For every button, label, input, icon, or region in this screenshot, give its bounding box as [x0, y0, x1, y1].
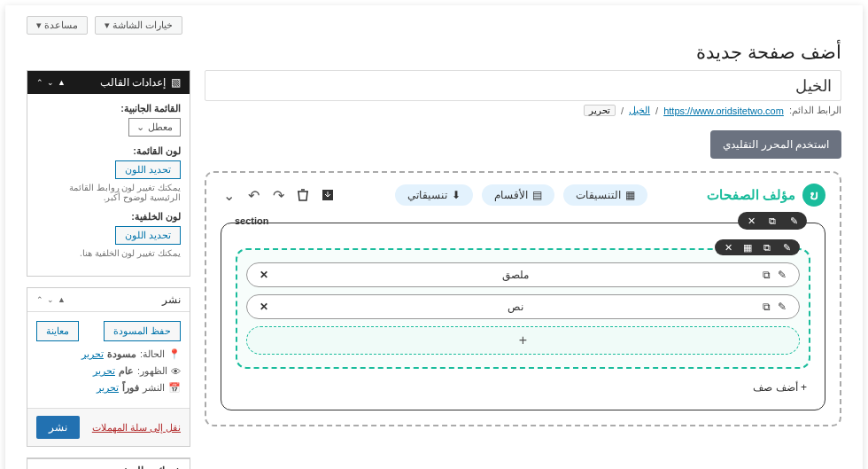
- el-edit-icon[interactable]: ✎: [778, 269, 787, 281]
- preview-button[interactable]: معاينة: [36, 321, 79, 341]
- undo-icon[interactable]: ↶: [245, 187, 261, 203]
- copy-icon[interactable]: ⧉: [766, 215, 779, 227]
- publish-box: نشر ▲⌄⌃ حفظ المسودة معاينة 📍الحالة: مسود…: [27, 287, 190, 447]
- move-down-icon[interactable]: ⌄: [47, 78, 54, 87]
- collapse-icon[interactable]: ▲: [58, 78, 66, 87]
- el-copy-icon[interactable]: ⧉: [763, 269, 771, 281]
- composer-brand: مؤلف الصفحات: [707, 187, 795, 203]
- page-title-input[interactable]: [205, 70, 841, 101]
- page-composer: ORIDSITE.COM ບ مؤلف الصفحات ▦التنسيقات ▤…: [205, 171, 841, 426]
- add-row-button[interactable]: + أضف صف: [236, 378, 810, 397]
- el-close-icon[interactable]: ✕: [260, 269, 268, 281]
- menu-color-button[interactable]: تحديد اللون: [115, 160, 181, 179]
- section-box: ✎ ⧉ ✕ ✎ ⧉ ▦ ✕ ✎⧉: [221, 223, 825, 410]
- edit-visibility[interactable]: تحرير: [93, 365, 115, 377]
- section-toolbar: ✎ ⧉ ✕: [738, 212, 807, 230]
- row-box: ✎ ⧉ ▦ ✕ ✎⧉ ملصق ✕ ✎⧉: [236, 248, 810, 369]
- screen-options-button[interactable]: خيارات الشاشة ▾: [95, 16, 182, 35]
- help-button[interactable]: مساعدة ▾: [27, 16, 88, 35]
- edit-slug-button[interactable]: تحرير: [584, 105, 616, 116]
- tab-my-layouts[interactable]: ⬇تنسيقاتي: [395, 184, 473, 206]
- tab-sections[interactable]: ▤الأقسام: [482, 184, 554, 206]
- menu-color-hint: يمكنك تغيير لون روابط القائمة الرئيسية ل…: [36, 183, 181, 202]
- row-columns-icon[interactable]: ▦: [741, 241, 754, 254]
- bg-color-hint: يمكنك تغيير لون الخلفية هنا.: [36, 248, 181, 258]
- permalink-slug[interactable]: الخيل: [629, 105, 650, 116]
- bg-color-button[interactable]: تحديد اللون: [115, 226, 181, 245]
- el-close-icon[interactable]: ✕: [260, 301, 268, 313]
- side-menu-label: القائمة الجانبية:: [36, 103, 181, 114]
- classic-editor-button[interactable]: استخدم المحرر التقليدي: [710, 130, 841, 159]
- page-heading: أضف صفحة جديدة: [27, 42, 841, 63]
- redo-icon[interactable]: ↷: [270, 187, 286, 203]
- edit-schedule[interactable]: تحرير: [97, 382, 119, 394]
- element-text[interactable]: ✎⧉ نص ✕: [246, 294, 800, 319]
- save-draft-button[interactable]: حفظ المسودة: [104, 321, 181, 341]
- chevron-down-icon[interactable]: ⌄: [221, 187, 236, 203]
- menu-color-label: لون القائمة:: [36, 145, 181, 157]
- publish-box-title: نشر: [162, 293, 181, 306]
- tab-layouts[interactable]: ▦التنسيقات: [563, 184, 647, 206]
- collapse-icon[interactable]: ▲: [58, 295, 66, 304]
- calendar-icon: 📅: [168, 382, 181, 394]
- edit-icon[interactable]: ✎: [787, 215, 800, 227]
- element-label[interactable]: ✎⧉ ملصق ✕: [246, 262, 800, 287]
- pin-icon: 📍: [168, 348, 181, 360]
- move-up-icon[interactable]: ⌃: [36, 78, 43, 87]
- permalink-label: الرابط الدائم:: [789, 105, 841, 116]
- move-up-icon[interactable]: ⌃: [36, 295, 43, 304]
- publish-button[interactable]: نشر: [36, 416, 80, 439]
- edit-status[interactable]: تحرير: [81, 348, 104, 360]
- theme-box-title: إعدادات القالب: [100, 76, 166, 89]
- theme-icon: ▧: [171, 76, 181, 89]
- row-toolbar: ✎ ⧉ ▦ ✕: [715, 239, 800, 255]
- el-copy-icon[interactable]: ⧉: [763, 301, 771, 313]
- trash-icon[interactable]: [295, 187, 311, 203]
- row-edit-icon[interactable]: ✎: [780, 241, 793, 254]
- side-menu-select[interactable]: معطل ⌄: [128, 118, 181, 137]
- theme-settings-box: ▧إعدادات القالب ▲⌄⌃ القائمة الجانبية: مع…: [27, 70, 190, 277]
- trash-link[interactable]: نقل إلى سلة المهملات: [92, 422, 181, 434]
- permalink-url[interactable]: https://www.oridsitetwo.com: [663, 106, 784, 116]
- row-copy-icon[interactable]: ⧉: [761, 241, 773, 254]
- close-icon[interactable]: ✕: [745, 215, 757, 227]
- move-down-icon[interactable]: ⌄: [47, 295, 54, 304]
- page-attributes-box: خصائص الصفحة: [27, 457, 190, 469]
- bg-color-label: لون الخلفية:: [36, 211, 181, 223]
- eye-icon: 👁: [171, 366, 181, 377]
- attrs-title: خصائص الصفحة: [27, 458, 190, 469]
- download-icon[interactable]: [320, 187, 336, 203]
- el-edit-icon[interactable]: ✎: [778, 301, 787, 313]
- row-close-icon[interactable]: ✕: [722, 241, 734, 254]
- add-element-button[interactable]: +: [246, 326, 800, 355]
- brand-icon: ບ: [802, 184, 825, 207]
